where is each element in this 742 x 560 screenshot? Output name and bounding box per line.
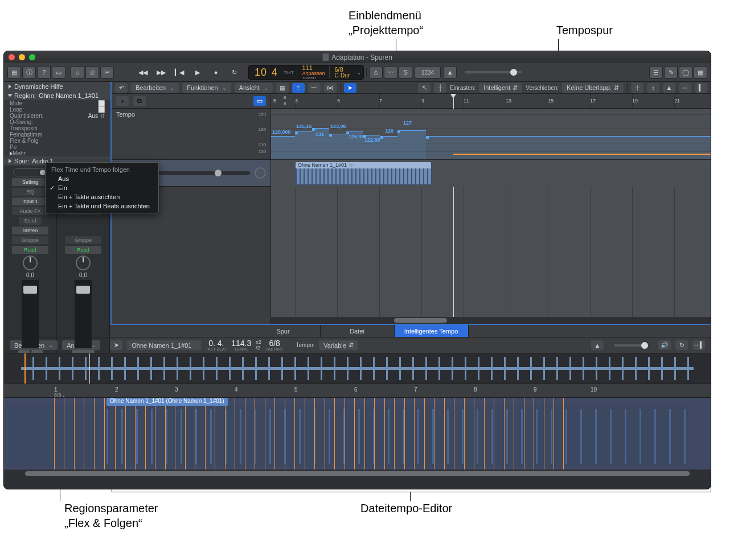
grid-icon[interactable]: ▦ — [276, 83, 289, 93]
pan-knob[interactable] — [76, 256, 91, 270]
eq-slot[interactable]: EQ — [12, 188, 48, 196]
solo-button[interactable]: S — [399, 66, 412, 79]
hzoom-icon[interactable]: ↔ — [679, 83, 691, 93]
editor-h-scrollbar[interactable] — [4, 470, 711, 477]
view-menu[interactable]: Ansicht — [235, 83, 273, 93]
stereo-out-slot[interactable]: Stereo — [12, 227, 48, 234]
autopunch-button[interactable]: 〰 — [384, 66, 397, 79]
tab-intelligentes-tempo[interactable]: Intelligentes Tempo — [395, 325, 469, 337]
metronome-button[interactable]: ▲ — [443, 66, 457, 79]
preview-volume[interactable] — [614, 344, 648, 347]
vzoom-icon[interactable]: ↕ — [647, 83, 659, 93]
pan-knob[interactable] — [23, 256, 38, 270]
view-mode-icon[interactable]: ≡ — [292, 83, 305, 93]
arrange-grid[interactable]: 5 6 8 3 5 7 9 11 13 15 17 19 21 23 — [271, 94, 711, 324]
snap-mode[interactable]: Intelligent ⇵ — [479, 83, 522, 93]
go-to-start-button[interactable]: ▎◀ — [171, 66, 188, 79]
flex-icon[interactable]: ⋈ — [324, 83, 337, 93]
group-slot[interactable]: Gruppe — [65, 236, 101, 244]
flex-follow-row[interactable]: Flex & Folg — [4, 138, 110, 144]
catch-icon[interactable]: ➤ — [110, 340, 122, 350]
catch-playhead-icon[interactable]: ▭ — [253, 96, 266, 106]
loops-button[interactable]: ◯ — [679, 66, 692, 79]
lcd-signature[interactable]: 6/8 — [334, 67, 350, 73]
metronome-icon[interactable]: ▲ — [591, 340, 604, 350]
edit-menu[interactable]: Bearbeiten — [131, 83, 179, 93]
replace-button[interactable]: ⎌ — [369, 66, 383, 79]
editor-signature[interactable]: 6/8 — [269, 339, 280, 347]
close-icon[interactable] — [9, 54, 15, 60]
region-header[interactable]: Region: Ohne Namen 1_1#01 — [4, 91, 110, 100]
track-pan-knob[interactable] — [255, 167, 266, 179]
automation-mode[interactable]: Read — [12, 246, 48, 254]
dynamic-help-header[interactable]: Dynamische Hilfe — [4, 82, 110, 91]
functions-menu[interactable]: Funktionen — [182, 83, 231, 93]
hzoom-icon[interactable]: ↔▍ — [692, 340, 705, 350]
setting-slot[interactable]: Setting — [12, 178, 48, 186]
editor-bpm[interactable]: 114.3 — [231, 339, 251, 347]
waveform-zoom-icon[interactable]: ⊹ — [631, 83, 643, 93]
tempo-lane[interactable]: 120,000 125,16 131 123,06 126,98 122,88 … — [271, 109, 711, 160]
input-slot[interactable]: Input 1 — [12, 197, 48, 205]
volume-fader[interactable] — [75, 280, 92, 348]
automation-icon[interactable]: 〰 — [308, 83, 321, 93]
back-button[interactable]: ↶ — [115, 83, 128, 93]
lcd-bpm[interactable]: 111 — [302, 65, 325, 71]
editor-region-name[interactable]: Ohne Namen 1_1#01 — [127, 340, 201, 350]
smart-controls-button[interactable]: ☼ — [71, 66, 84, 79]
editor-lane[interactable]: Ohne Namen 1_1#01 (Ohne Namen 1_1#01) 10… — [4, 398, 711, 470]
overview-waveform[interactable] — [4, 353, 711, 384]
project-tempo-mode[interactable]: Anpassen — [302, 71, 325, 76]
notes-button[interactable]: ✎ — [664, 66, 678, 79]
automation-mode[interactable]: Read — [65, 246, 101, 254]
lcd-takt[interactable]: 10 — [255, 67, 267, 79]
editors-button[interactable]: ✂ — [100, 66, 114, 79]
menu-item-bars[interactable]: Ein + Takte ausrichten — [46, 192, 158, 201]
forward-button[interactable]: ▶▶ — [153, 66, 170, 79]
menu-item-ein[interactable]: Ein — [46, 183, 158, 192]
browser-button[interactable]: ▦ — [694, 66, 707, 79]
editor-ruler[interactable]: 1 6/8⌄ 2 3 4 5 6 7 8 9 10 — [4, 384, 711, 398]
tempo-mode-select[interactable]: Variable ⇵ — [319, 340, 358, 350]
inspector-button[interactable]: ⓘ — [22, 66, 36, 79]
volume-fader[interactable] — [22, 280, 39, 348]
tempo-track-header[interactable]: Tempo 150 130 110 100 — [112, 109, 270, 160]
track-lane[interactable]: Ohne Namen 1_1#01 ○ — [271, 160, 711, 187]
library-button[interactable]: ▤ — [7, 66, 21, 79]
master-volume-slider[interactable] — [465, 71, 522, 73]
minimize-icon[interactable] — [19, 54, 25, 60]
tempo-div2[interactable]: /2 — [256, 345, 261, 351]
lcd-key[interactable]: C-Dur — [334, 73, 350, 79]
add-track-button[interactable]: ＋ — [116, 96, 129, 106]
menu-item-aus[interactable]: Aus — [46, 174, 158, 183]
more-row[interactable]: Mehr — [4, 150, 110, 157]
speaker-icon[interactable]: 🔊 — [658, 340, 671, 350]
list-editors-button[interactable]: ☰ — [649, 66, 663, 79]
quantize-row[interactable]: Quantisieren:Aus⇵ — [4, 113, 110, 119]
cycle-icon[interactable]: ↻ — [675, 340, 688, 350]
drag-mode[interactable]: Keine Überlapp. ⇵ — [562, 83, 624, 93]
track-volume-slider[interactable] — [150, 171, 250, 175]
toolbar-button[interactable]: ▭ — [52, 66, 65, 79]
audio-region[interactable]: Ohne Namen 1_1#01 ○ — [295, 162, 432, 185]
help-button[interactable]: ? — [37, 66, 51, 79]
mixer-button[interactable]: ⎚ — [85, 66, 99, 79]
h-scrollbar[interactable] — [271, 317, 711, 324]
audiofx-slot[interactable]: Audio FX — [12, 207, 48, 215]
editor-position[interactable]: 0. 4. — [208, 339, 224, 347]
cycle-button[interactable]: ↻ — [226, 66, 243, 79]
vzoom2-icon[interactable]: ▲ — [663, 83, 675, 93]
group-slot[interactable]: Gruppe — [12, 236, 48, 244]
tab-datei[interactable]: Datei — [321, 325, 395, 337]
menu-item-bars-beats[interactable]: Ein + Takte und Beats ausrichten — [46, 201, 158, 211]
catch-icon[interactable]: ➤ — [344, 83, 356, 93]
tab-spur[interactable]: Spur — [247, 325, 321, 337]
lcd-beat[interactable]: 4 — [272, 67, 278, 79]
duplicate-track-button[interactable]: ⧉ — [133, 96, 146, 106]
send-slot[interactable]: Send — [19, 217, 42, 225]
play-button[interactable]: ▶ — [189, 66, 206, 79]
lcd-display[interactable]: 10 4 TAKT 111 Anpassen TEMPO 6/8 C-Dur ⌄ — [248, 65, 364, 80]
count-in-button[interactable]: 1234 — [415, 66, 441, 79]
hzoom2-icon[interactable]: ▍ — [695, 83, 707, 93]
rewind-button[interactable]: ◀◀ — [134, 66, 151, 79]
